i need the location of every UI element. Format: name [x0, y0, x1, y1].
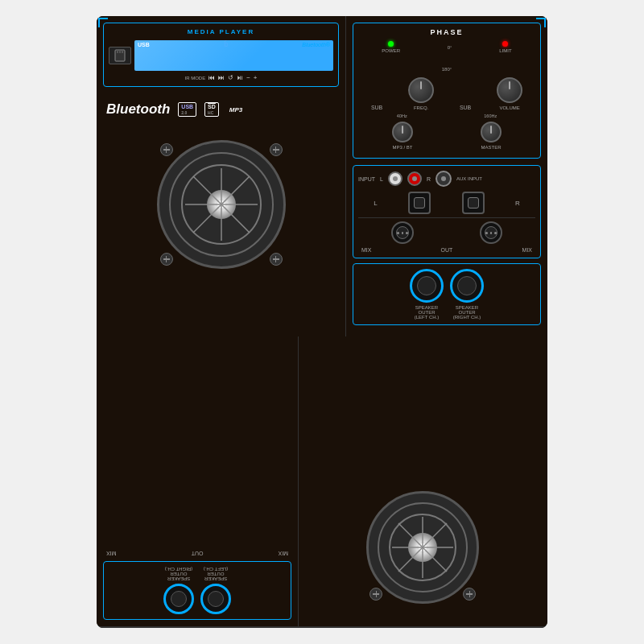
fan-ring — [169, 152, 274, 257]
xlr-right-jack[interactable] — [480, 221, 502, 244]
fan-inner — [181, 164, 262, 245]
speaker-box: SPEAKER OUTER (LEFT CH.) SPEAKER OUTER (… — [353, 263, 541, 325]
media-player-inner: USB ɓ Bluetooth® — [109, 40, 333, 71]
xlr-row — [358, 221, 535, 244]
xlr-pin-5 — [490, 232, 493, 234]
sd-card-icon — [109, 47, 131, 64]
screw-bottom-left — [160, 253, 173, 266]
fan-outer — [157, 140, 286, 269]
phase-indicators: POWER 0° LIMIT — [358, 41, 535, 53]
speaker-right-connector: SPEAKER OUTER (RIGHT CH.) — [450, 269, 484, 320]
bottom-speakon-left-inner — [208, 591, 224, 607]
volume-knob[interactable] — [497, 77, 522, 103]
inputs-box: INPUT L R AUX INPUT L — [353, 165, 541, 258]
hz160-label: 160Hz — [484, 114, 497, 118]
mp3bt-label: MP3 / BT — [392, 145, 412, 150]
master-knob-group: MASTER — [481, 122, 502, 150]
master-knob[interactable] — [481, 122, 502, 142]
bottom-mix-row: MIX OUT MIX — [103, 551, 291, 556]
media-player-title: MEDIA PLAYER — [109, 28, 333, 35]
knobs-row-2: MP3 / BT MASTER — [358, 122, 535, 150]
phase-title: PHASE — [358, 28, 535, 36]
bluetooth-feature-label: Bluetooth — [106, 101, 170, 118]
aux-input-label: AUX INPUT — [456, 176, 482, 181]
screw-top-left — [160, 143, 173, 156]
speaker-connectors: SPEAKER OUTER (LEFT CH.) SPEAKER OUTER (… — [358, 269, 535, 320]
next-button[interactable]: ⏭ — [218, 74, 225, 81]
vol-up-button[interactable]: + — [254, 74, 258, 81]
speaker1-ch: (LEFT CH.) — [415, 315, 440, 320]
trs-left-jack[interactable] — [408, 192, 431, 214]
trs-row: L R — [358, 192, 535, 214]
out-label: OUT — [441, 247, 453, 253]
svg-rect-3 — [122, 50, 123, 53]
mix-right-label: MIX — [522, 247, 532, 253]
bottom-screw-tr — [370, 588, 383, 601]
xlr-pin-3 — [406, 232, 408, 234]
trs-right-jack[interactable] — [462, 192, 485, 214]
sub-left-group: SUB — [371, 105, 382, 110]
bottom-mix-left: MIX — [279, 551, 288, 556]
rca-right-jack[interactable] — [407, 171, 422, 186]
left-panel-bottom — [298, 336, 547, 626]
power-led — [388, 41, 394, 47]
bottom-out-label: OUT — [192, 551, 204, 556]
trs-r-label: R — [515, 200, 520, 207]
bottom-speakon-right[interactable] — [163, 584, 194, 614]
xlr-pin-1 — [397, 232, 399, 234]
limit-led — [502, 41, 508, 47]
usb-badge: USB2.0 — [178, 102, 196, 117]
ir-mode-label: IR MODE — [184, 76, 205, 80]
screw-top-right — [270, 143, 283, 156]
left-panel-top: MEDIA PLAYER USB ɓ — [97, 16, 346, 336]
mp3bt-knob[interactable] — [392, 122, 413, 142]
speakon-left-inner — [417, 276, 436, 295]
repeat-button[interactable]: ↺ — [228, 74, 233, 81]
usb-bt-row: USB ɓ Bluetooth® — [134, 40, 333, 48]
mix-out-row: MIX OUT MIX — [358, 247, 535, 253]
play-pause-button[interactable]: ⏯ — [237, 74, 243, 81]
vol-down-button[interactable]: − — [246, 74, 250, 81]
sd-badge: SDHC — [204, 102, 219, 117]
speakon-right[interactable] — [450, 269, 484, 303]
bottom-speakon-left[interactable] — [200, 584, 231, 614]
sub-left-label: SUB — [371, 105, 382, 110]
prev-button[interactable]: ⏮ — [208, 74, 215, 81]
volume-label: VOLUME — [499, 105, 519, 110]
lcd-display: USB ɓ Bluetooth® — [134, 40, 333, 71]
sub-right-group: SUB — [460, 105, 471, 110]
bottom-speakon-right-inner — [171, 591, 187, 607]
phase-box: PHASE POWER 0° LIMIT — [353, 23, 541, 159]
bottom-speaker-right: SPEAKEROUTER(RIGHT CH.) — [163, 567, 194, 614]
freq-range-row: 40Hz 160Hz — [358, 114, 535, 118]
aux-jack[interactable] — [436, 171, 452, 187]
speaker2-ch: (RIGHT CH.) — [453, 315, 481, 320]
xlr-pin-4 — [485, 232, 488, 234]
rca-left-center — [393, 176, 398, 181]
speaker-left-label: SPEAKER OUTER (LEFT CH.) — [415, 305, 440, 320]
bottom-speaker-left-label: SPEAKEROUTER(LEFT CH.) — [204, 567, 229, 581]
xlr-right-inner — [485, 226, 497, 239]
right-panel-bottom: SPEAKEROUTER(LEFT CH.) SPEAKEROUTER(RIGH… — [97, 336, 298, 626]
trs-left-inner — [414, 197, 425, 208]
trs-right-inner — [468, 197, 479, 208]
xlr-left-jack[interactable] — [391, 221, 414, 244]
fan-container — [157, 140, 286, 269]
amplifier-panel: MEDIA PLAYER USB ɓ — [97, 16, 547, 628]
usb-label: USB — [138, 42, 150, 47]
limit-label: LIMIT — [499, 48, 511, 53]
power-label: POWER — [382, 48, 400, 53]
mix-left-label: MIX — [361, 247, 371, 253]
deg0-label: 0° — [448, 45, 452, 50]
divider-1 — [358, 217, 535, 218]
fan-spokes — [181, 164, 262, 245]
rca-left-jack[interactable] — [388, 171, 402, 186]
freq-knob[interactable] — [408, 77, 434, 103]
speakon-left[interactable] — [410, 269, 444, 303]
speaker-right-label: SPEAKER OUTER (RIGHT CH.) — [453, 305, 481, 320]
trs-l-label: L — [374, 200, 377, 207]
xlr-pin-2 — [402, 232, 404, 234]
bottom-fan-inner — [390, 514, 457, 581]
bottom-speaker-box: SPEAKEROUTER(LEFT CH.) SPEAKEROUTER(RIGH… — [103, 561, 291, 620]
speaker-left-connector: SPEAKER OUTER (LEFT CH.) — [410, 269, 444, 320]
